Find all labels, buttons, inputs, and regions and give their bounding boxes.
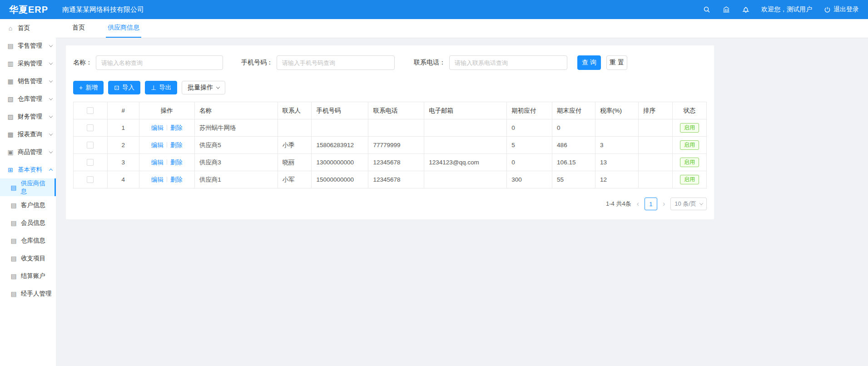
edit-link[interactable]: 编辑: [151, 176, 164, 183]
export-button[interactable]: ⊥ 导出: [145, 81, 177, 94]
cell-initial-payable: 0: [507, 154, 552, 171]
tel-search-input[interactable]: [449, 55, 567, 70]
warehouse-icon: ▧: [7, 95, 14, 103]
column-header: 税率(%): [595, 102, 639, 119]
bank-icon[interactable]: [722, 6, 730, 14]
row-checkbox[interactable]: [87, 124, 94, 131]
delete-link[interactable]: 删除: [170, 159, 183, 166]
sidebar-item-customer-info[interactable]: ▤ 客户信息: [0, 196, 56, 214]
home-icon: ⌂: [7, 25, 14, 32]
cell-final-payable: 0: [552, 119, 595, 137]
status-badge[interactable]: 启用: [680, 175, 699, 185]
main-content: 首页 供应商信息 名称： 手机号码： 联系电话： 查 询 重 置 + 新增: [56, 19, 868, 366]
column-header: #: [107, 102, 139, 119]
sidebar-item-settle-account[interactable]: ▤ 结算账户: [0, 267, 56, 285]
edit-link[interactable]: 编辑: [151, 124, 164, 131]
chevron-down-icon: [49, 79, 53, 82]
sidebar-item-report[interactable]: ▩ 报表查询: [0, 125, 56, 143]
edit-link[interactable]: 编辑: [151, 159, 164, 166]
sidebar-item-finance[interactable]: ▨ 财务管理: [0, 108, 56, 125]
import-button[interactable]: ⊡ 导入: [108, 81, 140, 94]
sidebar-item-label: 商品管理: [18, 148, 42, 156]
status-badge[interactable]: 启用: [680, 140, 699, 150]
import-icon: ⊡: [114, 84, 119, 91]
plus-icon: +: [79, 84, 83, 91]
reset-button[interactable]: 重 置: [606, 55, 627, 70]
sidebar-item-label: 客户信息: [21, 201, 45, 209]
page-number[interactable]: 1: [645, 198, 657, 210]
goods-icon: ▣: [7, 148, 14, 156]
cell-sort: [639, 137, 673, 154]
search-icon[interactable]: [703, 6, 710, 14]
document-icon: ▤: [10, 255, 17, 262]
cell-contact: 小军: [278, 171, 312, 188]
sidebar-item-goods[interactable]: ▣ 商品管理: [0, 143, 56, 161]
sidebar-item-member-info[interactable]: ▤ 会员信息: [0, 214, 56, 232]
row-index: 1: [107, 119, 139, 137]
document-icon: ▤: [10, 272, 17, 280]
purchase-icon: ▥: [7, 60, 14, 67]
sidebar-item-handler-mgmt[interactable]: ▤ 经手人管理: [0, 285, 56, 302]
document-icon: ▤: [10, 237, 17, 244]
sidebar-item-supplier-info[interactable]: ▤ 供应商信息: [0, 178, 56, 196]
status-badge[interactable]: 启用: [680, 158, 699, 168]
chevron-down-icon: [49, 149, 53, 153]
search-form: 名称： 手机号码： 联系电话： 查 询 重 置: [73, 55, 707, 70]
row-actions: 编辑删除: [139, 137, 194, 154]
cell-tax-rate: 3: [595, 137, 639, 154]
cell-final-payable: 55: [552, 171, 595, 188]
prev-page-button[interactable]: ‹: [636, 200, 640, 208]
logout-label: 退出登录: [833, 5, 859, 14]
table-row: 1 编辑删除 苏州蜗牛网络 0 0 启用: [74, 119, 707, 137]
table-row: 4 编辑删除 供应商1 小军 15000000000 12345678 300 …: [74, 171, 707, 188]
sidebar-item-retail[interactable]: ▤ 零售管理: [0, 37, 56, 54]
phone-label: 手机号码：: [241, 59, 273, 67]
sidebar-item-inout-items[interactable]: ▤ 收支项目: [0, 249, 56, 267]
sidebar-item-warehouse-info[interactable]: ▤ 仓库信息: [0, 232, 56, 249]
page-size-select[interactable]: 10 条/页: [670, 198, 707, 210]
phone-search-input[interactable]: [277, 55, 395, 70]
delete-link[interactable]: 删除: [170, 142, 183, 148]
sidebar-item-warehouse[interactable]: ▧ 仓库管理: [0, 90, 56, 108]
sidebar-item-purchase[interactable]: ▥ 采购管理: [0, 54, 56, 72]
query-button[interactable]: 查 询: [577, 55, 601, 70]
cell-initial-payable: 300: [507, 171, 552, 188]
name-search-input[interactable]: [96, 55, 223, 70]
cell-sort: [639, 171, 673, 188]
row-index: 4: [107, 171, 139, 188]
sidebar-item-home[interactable]: ⌂ 首页: [0, 19, 56, 37]
row-checkbox[interactable]: [87, 176, 94, 183]
add-button[interactable]: + 新增: [73, 81, 104, 94]
sidebar-item-label: 基本资料: [18, 166, 42, 174]
sidebar-item-label: 结算账户: [21, 272, 45, 280]
chevron-down-icon: [49, 114, 53, 118]
sales-icon: ▦: [7, 78, 14, 85]
delete-link[interactable]: 删除: [170, 124, 183, 131]
column-header: 操作: [139, 102, 194, 119]
sidebar-item-basedata[interactable]: ⊞ 基本资料: [0, 161, 56, 178]
status-badge[interactable]: 启用: [680, 123, 699, 133]
chevron-down-icon: [49, 96, 53, 100]
select-all-checkbox[interactable]: [87, 107, 94, 114]
column-header: 联系电话: [368, 102, 424, 119]
sidebar-item-sales[interactable]: ▦ 销售管理: [0, 72, 56, 90]
next-page-button[interactable]: ›: [662, 200, 666, 208]
bell-icon[interactable]: [742, 6, 749, 14]
column-header: 期初应付: [507, 102, 552, 119]
tab-supplier-info[interactable]: 供应商信息: [106, 24, 141, 38]
column-header: 手机号码: [312, 102, 368, 119]
cell-phone: [312, 119, 368, 137]
document-icon: ▤: [10, 202, 17, 209]
tab-home[interactable]: 首页: [70, 24, 87, 38]
batch-actions-button[interactable]: 批量操作: [182, 81, 225, 94]
sidebar-item-label: 零售管理: [18, 42, 42, 50]
finance-icon: ▨: [7, 113, 14, 120]
cell-sort: [639, 154, 673, 171]
row-checkbox[interactable]: [87, 142, 94, 148]
row-checkbox[interactable]: [87, 159, 94, 166]
logout-button[interactable]: 退出登录: [824, 5, 859, 14]
edit-link[interactable]: 编辑: [151, 142, 164, 148]
delete-link[interactable]: 删除: [170, 176, 183, 183]
pagination: 1-4 共4条 ‹ 1 › 10 条/页: [73, 198, 707, 210]
cell-final-payable: 486: [552, 137, 595, 154]
